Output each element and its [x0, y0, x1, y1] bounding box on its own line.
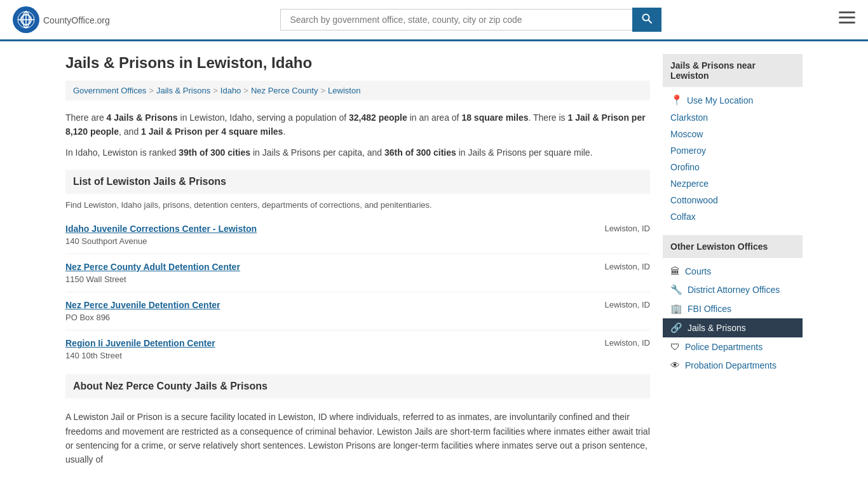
page-title: Jails & Prisons in Lewiston, Idaho — [65, 54, 650, 72]
about-section: About Nez Perce County Jails & Prisons A… — [65, 374, 650, 467]
svg-rect-7 — [839, 11, 855, 13]
nearby-nezperce[interactable]: Nezperce — [670, 179, 709, 189]
sidebar: Jails & Prisons near Lewiston 📍 Use My L… — [663, 54, 803, 467]
listing-link-3[interactable]: Nez Perce Juvenile Detention Center — [65, 300, 220, 310]
main-wrapper: Jails & Prisons in Lewiston, Idaho Gover… — [53, 41, 815, 467]
other-offices-list: 🏛 Courts 🔧 District Attorney Offices 🏢 F… — [663, 262, 803, 374]
sidebar-clarkston[interactable]: Clarkston — [663, 109, 803, 126]
listing-link-2[interactable]: Nez Perce County Adult Detention Center — [65, 262, 240, 272]
listing-item: Nez Perce Juvenile Detention Center Lewi… — [65, 292, 650, 330]
breadcrumb: Government Offices > Jails & Prisons > I… — [65, 81, 650, 100]
list-section-header: List of Lewiston Jails & Prisons — [65, 170, 650, 194]
logo-text: CountyOffice.org — [43, 13, 110, 27]
listing-item: Region Ii Juvenile Detention Center Lewi… — [65, 330, 650, 368]
jails-icon: 🔗 — [670, 322, 682, 334]
other-courts[interactable]: 🏛 Courts — [663, 262, 803, 280]
police-link[interactable]: Police Departments — [685, 342, 763, 352]
breadcrumb-city[interactable]: Lewiston — [328, 86, 360, 95]
sidebar-moscow[interactable]: Moscow — [663, 126, 803, 142]
nearby-list: 📍 Use My Location Clarkston Moscow Pomer… — [663, 91, 803, 225]
listing-link-1[interactable]: Idaho Juvenile Corrections Center - Lewi… — [65, 224, 257, 234]
listing-address-2: 1150 Wall Street — [65, 274, 650, 284]
about-section-header: About Nez Perce County Jails & Prisons — [65, 374, 650, 398]
probation-link[interactable]: Probation Departments — [685, 360, 776, 370]
about-text: A Lewiston Jail or Prison is a secure fa… — [65, 405, 650, 467]
listing-address-3: PO Box 896 — [65, 313, 650, 322]
listing-location-4: Lewiston, ID — [604, 338, 650, 351]
rank-text: In Idaho, Lewiston is ranked 39th of 300… — [65, 146, 650, 159]
sidebar-nezperce[interactable]: Nezperce — [663, 175, 803, 192]
breadcrumb-gov-offices[interactable]: Government Offices — [73, 86, 146, 95]
nearby-cottonwood[interactable]: Cottonwood — [670, 195, 718, 205]
nearby-pomeroy[interactable]: Pomeroy — [670, 146, 706, 156]
fbi-icon: 🏢 — [670, 303, 682, 315]
probation-icon: 👁 — [670, 360, 680, 370]
listing-link-4[interactable]: Region Ii Juvenile Detention Center — [65, 338, 215, 348]
breadcrumb-idaho[interactable]: Idaho — [220, 86, 241, 95]
listing-location-3: Lewiston, ID — [604, 300, 650, 313]
nearby-colfax[interactable]: Colfax — [670, 212, 696, 222]
courts-link[interactable]: Courts — [685, 266, 711, 276]
logo-area: CountyOffice.org — [13, 6, 110, 33]
search-button[interactable] — [632, 8, 661, 32]
jails-link[interactable]: Jails & Prisons — [688, 323, 746, 333]
header: CountyOffice.org — [0, 0, 868, 41]
sidebar-orofino[interactable]: Orofino — [663, 159, 803, 175]
find-text: Find Lewiston, Idaho jails, prisons, det… — [65, 200, 650, 210]
nearby-orofino[interactable]: Orofino — [670, 162, 700, 172]
content-area: Jails & Prisons in Lewiston, Idaho Gover… — [65, 54, 650, 467]
search-area — [280, 8, 661, 32]
svg-rect-8 — [839, 17, 855, 18]
sidebar-colfax[interactable]: Colfax — [663, 208, 803, 225]
search-icon — [642, 13, 652, 24]
listing-item: Nez Perce County Adult Detention Center … — [65, 254, 650, 292]
logo-icon — [13, 6, 39, 33]
svg-rect-9 — [839, 22, 855, 24]
sidebar-cottonwood[interactable]: Cottonwood — [663, 192, 803, 208]
sidebar-near-header: Jails & Prisons near Lewiston — [663, 54, 803, 87]
nearby-clarkston[interactable]: Clarkston — [670, 112, 708, 123]
listing-location-1: Lewiston, ID — [604, 224, 650, 236]
da-icon: 🔧 — [670, 284, 682, 295]
listings: Idaho Juvenile Corrections Center - Lewi… — [65, 216, 650, 368]
other-jails-active[interactable]: 🔗 Jails & Prisons — [663, 318, 803, 337]
listing-address-1: 140 Southport Avenue — [65, 236, 650, 246]
other-fbi[interactable]: 🏢 FBI Offices — [663, 299, 803, 318]
sidebar-other-header: Other Lewiston Offices — [663, 235, 803, 258]
menu-button[interactable] — [839, 11, 855, 28]
sidebar-pomeroy[interactable]: Pomeroy — [663, 142, 803, 159]
nearby-moscow[interactable]: Moscow — [670, 129, 703, 139]
listing-location-2: Lewiston, ID — [604, 262, 650, 274]
listing-item: Idaho Juvenile Corrections Center - Lewi… — [65, 216, 650, 254]
search-input[interactable] — [280, 9, 632, 30]
other-probation[interactable]: 👁 Probation Departments — [663, 356, 803, 374]
breadcrumb-jails[interactable]: Jails & Prisons — [156, 86, 210, 95]
fbi-link[interactable]: FBI Offices — [688, 304, 731, 314]
da-link[interactable]: District Attorney Offices — [688, 285, 780, 295]
listing-address-4: 140 10th Street — [65, 351, 650, 360]
other-da[interactable]: 🔧 District Attorney Offices — [663, 280, 803, 299]
svg-line-6 — [649, 20, 652, 24]
location-icon: 📍 — [670, 94, 683, 106]
use-location-link[interactable]: Use My Location — [687, 95, 753, 105]
hamburger-icon — [839, 11, 855, 24]
other-police[interactable]: 🛡 Police Departments — [663, 337, 803, 356]
breadcrumb-county[interactable]: Nez Perce County — [251, 86, 318, 95]
courts-icon: 🏛 — [670, 266, 680, 276]
info-text: There are 4 Jails & Prisons in Lewiston,… — [65, 111, 650, 139]
sidebar-use-location[interactable]: 📍 Use My Location — [663, 91, 803, 109]
police-icon: 🛡 — [670, 341, 680, 352]
